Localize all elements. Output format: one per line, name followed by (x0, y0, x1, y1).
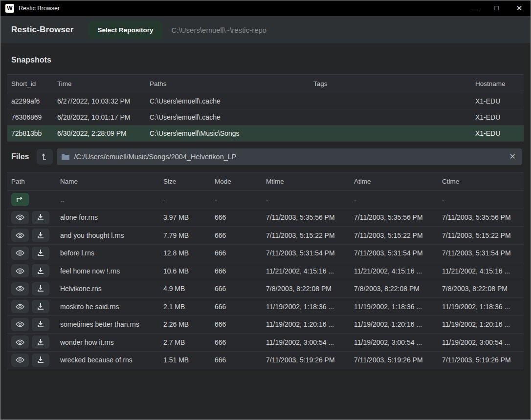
clear-path-button[interactable]: ✕ (509, 153, 517, 161)
snapshot-row[interactable]: 72b813bb 6/30/2022, 2:28:09 PM C:\Users\… (7, 126, 524, 142)
file-mtime: 11/21/2002, 4:15:16 ... (262, 267, 350, 275)
title-bar: W Restic Browser — ☐ ✕ (0, 0, 531, 16)
file-ctime: - (438, 196, 524, 204)
download-file-button[interactable] (32, 354, 49, 367)
preview-file-button[interactable] (11, 211, 29, 224)
file-size: 2.7 MB (159, 338, 211, 346)
file-name: feel home now !.rns (56, 267, 159, 275)
file-row: sometimes better than.rns 2.26 MB 666 11… (7, 316, 524, 334)
file-row: and you thought l.rns 7.79 MB 666 7/11/2… (7, 227, 524, 245)
go-parent-dir-button[interactable] (11, 193, 29, 206)
restic-browser-window: W Restic Browser — ☐ ✕ Restic-Browser Se… (0, 0, 531, 420)
file-ctime: 7/11/2003, 5:19:26 PM (438, 356, 524, 364)
download-file-button[interactable] (32, 282, 49, 295)
col-name: Name (56, 172, 159, 190)
maximize-button[interactable]: ☐ (486, 0, 508, 16)
app-header: Restic-Browser Select Repository C:\User… (0, 16, 531, 44)
snapshot-hostname: X1-EDU (471, 113, 524, 121)
preview-file-button[interactable] (11, 264, 29, 277)
file-row: wrecked because of.rns 1.51 MB 666 7/11/… (7, 352, 524, 370)
files-path-input[interactable]: /C:/Users/emuell/Music/Songs/2004_Helvet… (57, 148, 522, 165)
snapshot-row[interactable]: 76306869 6/28/2022, 10:01:17 PM C:\Users… (7, 109, 524, 126)
file-row: before l.rns 12.8 MB 666 7/11/2003, 5:31… (7, 245, 524, 263)
file-ctime: 7/11/2003, 5:31:54 PM (438, 249, 524, 257)
download-file-button[interactable] (32, 264, 49, 277)
file-name: moskito he said.rns (56, 303, 159, 311)
eye-icon (16, 214, 24, 220)
snapshot-paths: C:\Users\emuell\.cache (146, 97, 310, 105)
file-mtime: 11/19/2002, 1:18:36 ... (262, 303, 350, 311)
minimize-button[interactable]: — (463, 0, 486, 16)
preview-file-button[interactable] (11, 354, 29, 367)
file-row: moskito he said.rns 2.1 MB 666 11/19/200… (7, 298, 524, 316)
folder-icon (62, 154, 69, 160)
preview-file-button[interactable] (11, 318, 29, 331)
snapshot-short-id: 72b813bb (7, 129, 53, 137)
files-heading: Files (11, 152, 29, 161)
download-file-button[interactable] (32, 211, 49, 224)
close-button[interactable]: ✕ (508, 0, 531, 16)
file-size: - (159, 196, 211, 204)
file-mtime: 7/11/2003, 5:31:54 PM (262, 249, 350, 257)
download-icon (37, 339, 44, 346)
file-row: feel home now !.rns 10.6 MB 666 11/21/20… (7, 262, 524, 280)
download-icon (37, 357, 44, 363)
preview-file-button[interactable] (11, 247, 29, 260)
file-ctime: 7/11/2003, 5:15:22 PM (438, 231, 524, 239)
file-mode: 666 (211, 213, 262, 221)
file-size: 2.26 MB (159, 320, 211, 328)
file-mode: 666 (211, 285, 262, 293)
file-atime: 7/8/2003, 8:22:08 PM (350, 285, 438, 293)
file-name: Helvikone.rns (56, 285, 159, 293)
file-name: wonder how it.rns (56, 338, 159, 346)
preview-file-button[interactable] (11, 282, 29, 295)
select-repository-button[interactable]: Select Repository (88, 21, 163, 39)
snapshots-heading: Snapshots (0, 44, 531, 74)
eye-icon (16, 321, 24, 327)
file-size: 7.79 MB (159, 231, 211, 239)
preview-file-button[interactable] (11, 336, 29, 349)
file-atime: 7/11/2003, 5:15:22 PM (350, 231, 438, 239)
file-mode: 666 (211, 356, 262, 364)
file-atime: 7/11/2003, 5:35:56 PM (350, 213, 438, 221)
download-file-button[interactable] (32, 247, 49, 260)
col-hostname: Hostname (471, 75, 524, 93)
snapshot-short-id: a2299af6 (7, 97, 53, 105)
eye-icon (16, 286, 24, 292)
col-short-id: Short_id (7, 75, 53, 93)
file-size: 2.1 MB (159, 303, 211, 311)
download-icon (37, 321, 44, 328)
file-atime: 7/11/2003, 5:19:26 PM (350, 356, 438, 364)
repository-path: C:\Users\emuell\~\restic-repo (172, 26, 267, 34)
window-title: Restic Browser (19, 5, 463, 12)
file-ctime: 11/21/2002, 4:15:16 ... (438, 267, 524, 275)
eye-icon (16, 339, 24, 345)
download-file-button[interactable] (32, 336, 49, 349)
snapshots-table-header: Short_id Time Paths Tags Hostname (7, 74, 524, 93)
file-ctime: 11/19/2002, 1:18:36 ... (438, 303, 524, 311)
file-mode: 666 (211, 231, 262, 239)
download-file-button[interactable] (32, 300, 49, 313)
file-name: before l.rns (56, 249, 159, 257)
file-mode: 666 (211, 267, 262, 275)
download-file-button[interactable] (32, 318, 49, 331)
file-name: alone for.rns (56, 213, 159, 221)
files-table-header: Path Name Size Mode Mtime Atime Ctime (7, 172, 524, 191)
snapshot-row[interactable]: a2299af6 6/27/2022, 10:03:32 PM C:\Users… (7, 93, 524, 109)
preview-file-button[interactable] (11, 229, 29, 242)
snapshot-time: 6/27/2022, 10:03:32 PM (53, 97, 146, 105)
empty-area (0, 369, 531, 420)
file-mode: 666 (211, 320, 262, 328)
snapshots-table-body: a2299af6 6/27/2022, 10:03:32 PM C:\Users… (7, 93, 524, 142)
file-row: .. - - - - - (7, 191, 524, 209)
file-name: sometimes better than.rns (56, 320, 159, 328)
preview-file-button[interactable] (11, 300, 29, 313)
files-table-body: .. - - - - - (7, 191, 524, 369)
file-name: wrecked because of.rns (56, 356, 159, 364)
eye-icon (16, 304, 24, 310)
files-bar: Files /C:/Users/emuell/Music/Songs/2004_… (0, 142, 531, 172)
dump-snapshot-button[interactable] (37, 149, 53, 165)
file-atime: 11/19/2002, 1:20:16 ... (350, 320, 438, 328)
download-file-button[interactable] (32, 229, 49, 242)
col-time: Time (53, 75, 146, 93)
